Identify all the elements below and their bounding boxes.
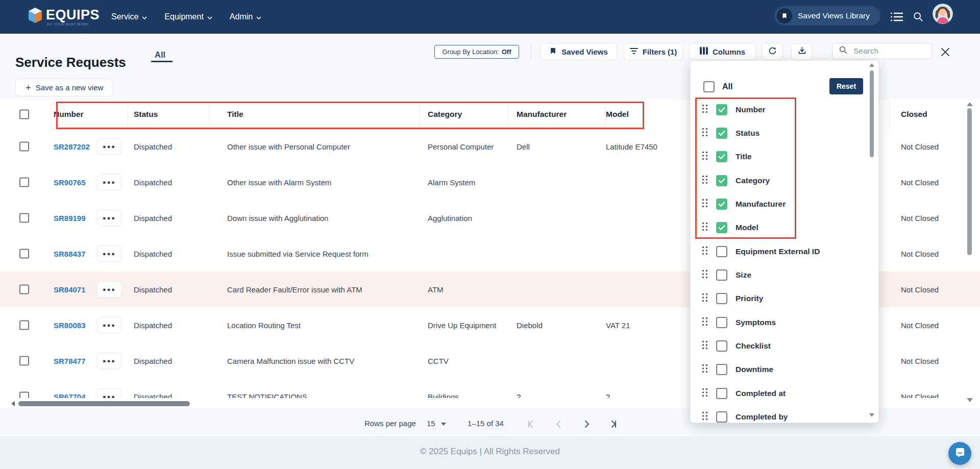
column-item-size[interactable]: Size [691,263,864,287]
row-actions-button[interactable]: ●●● [97,317,121,333]
request-number-link[interactable]: SR89199 [54,214,86,223]
request-number-link[interactable]: SR80083 [54,321,86,330]
previous-page-button[interactable] [552,417,566,431]
scroll-up-arrow-icon[interactable] [967,102,973,106]
row-actions-button[interactable]: ●●● [97,281,121,298]
download-button[interactable] [791,43,813,60]
column-checkbox[interactable] [716,411,727,423]
row-actions-button[interactable]: ●●● [97,210,121,226]
header-closed[interactable]: Closed [901,110,927,119]
user-avatar[interactable] [933,4,953,24]
drag-handle-icon[interactable] [702,364,708,375]
column-checkbox[interactable] [716,340,727,352]
drag-handle-icon[interactable] [702,317,708,328]
refresh-button[interactable] [762,43,783,60]
saved-views-button[interactable]: Saved Views [540,43,617,60]
vertical-scrollbar-thumb[interactable] [967,108,972,255]
column-item-completed-by[interactable]: Completed by [691,405,864,423]
search-input[interactable] [852,46,926,56]
column-item-checklist[interactable]: Checklist [691,334,864,358]
column-item-category[interactable]: Category [691,169,864,192]
column-checkbox[interactable] [716,293,727,304]
header-number[interactable]: Number [54,110,84,119]
drag-handle-icon[interactable] [702,175,708,186]
app-menu-icon[interactable] [890,11,903,24]
request-number-link[interactable]: SR90765 [54,178,86,187]
drag-handle-icon[interactable] [702,246,708,257]
reset-columns-button[interactable]: Reset [829,78,863,94]
scroll-left-arrow-icon[interactable] [11,401,15,406]
filters-button[interactable]: Filters (1) [624,43,683,60]
saved-views-library-button[interactable]: Saved Views Library [774,6,880,26]
last-page-button[interactable] [606,417,620,431]
header-manufacturer[interactable]: Manufacturer [517,110,567,119]
nav-menu-service[interactable]: Service [111,12,147,21]
column-checkbox[interactable] [716,364,727,375]
row-checkbox[interactable] [19,213,29,223]
column-checkbox[interactable] [716,269,727,281]
drag-handle-icon[interactable] [702,411,708,423]
row-actions-button[interactable]: ●●● [97,353,121,369]
column-checkbox[interactable] [716,175,727,186]
drag-handle-icon[interactable] [702,269,708,281]
drag-handle-icon[interactable] [702,128,708,139]
column-item-status[interactable]: Status [691,121,864,145]
row-checkbox[interactable] [19,178,29,187]
scroll-down-arrow-icon[interactable] [967,398,973,402]
column-checkbox[interactable] [716,388,727,399]
nav-menu-equipment[interactable]: Equipment [164,12,212,21]
column-item-model[interactable]: Model [691,216,864,239]
save-as-new-view-button[interactable]: + Save as a new view [15,79,113,96]
group-by-location-toggle[interactable]: Group By Location: Off [434,45,519,59]
column-checkbox[interactable] [716,151,727,162]
row-actions-button[interactable]: ●●● [97,138,121,155]
row-actions-button[interactable]: ●●● [97,245,121,262]
column-checkbox[interactable] [716,222,727,233]
column-item-manufacturer[interactable]: Manufacturer [691,192,864,216]
drag-handle-icon[interactable] [702,151,708,162]
columns-button[interactable]: Columns [689,43,756,60]
column-item-equipment-external-id[interactable]: Equipment External ID [691,240,864,263]
search-icon[interactable] [913,11,924,24]
column-item-downtime[interactable]: Downtime [691,358,864,381]
column-checkbox[interactable] [716,199,727,210]
request-number-link[interactable]: SR287202 [54,142,90,151]
row-checkbox[interactable] [19,356,29,366]
drag-handle-icon[interactable] [702,340,708,352]
header-model[interactable]: Model [606,110,629,119]
column-checkbox[interactable] [716,128,727,139]
panel-scroll-down-icon[interactable] [869,413,874,417]
drag-handle-icon[interactable] [702,388,708,399]
panel-scrollbar-thumb[interactable] [870,70,874,157]
request-number-link[interactable]: SR78477 [54,357,86,365]
column-item-completed-at[interactable]: Completed at [691,382,864,405]
row-checkbox[interactable] [19,142,29,152]
all-columns-checkbox[interactable] [703,81,715,92]
column-checkbox[interactable] [716,104,727,115]
row-checkbox[interactable] [19,285,29,294]
nav-menu-admin[interactable]: Admin [230,12,261,21]
row-checkbox[interactable] [19,249,29,259]
select-all-checkbox[interactable] [19,110,29,119]
drag-handle-icon[interactable] [702,222,708,233]
rows-per-page-caret-icon[interactable] [441,423,446,426]
header-status[interactable]: Status [134,110,158,119]
column-checkbox[interactable] [716,317,727,328]
chat-widget-button[interactable] [948,442,971,465]
panel-scroll-up-icon[interactable] [869,63,874,67]
column-item-number[interactable]: Number [691,98,864,121]
request-number-link[interactable]: SR88437 [54,250,86,258]
drag-handle-icon[interactable] [702,293,708,304]
horizontal-scrollbar-thumb[interactable] [18,401,190,406]
drag-handle-icon[interactable] [702,199,708,210]
column-item-title[interactable]: Title [691,145,864,168]
column-item-priority[interactable]: Priority [691,287,864,310]
first-page-button[interactable] [525,417,538,431]
tab-all[interactable]: All [155,50,165,60]
close-search-icon[interactable] [941,47,950,59]
next-page-button[interactable] [580,417,593,431]
rows-per-page-select[interactable]: 15 [427,416,435,431]
drag-handle-icon[interactable] [702,104,708,115]
header-category[interactable]: Category [428,110,462,119]
header-title[interactable]: Title [227,110,243,119]
